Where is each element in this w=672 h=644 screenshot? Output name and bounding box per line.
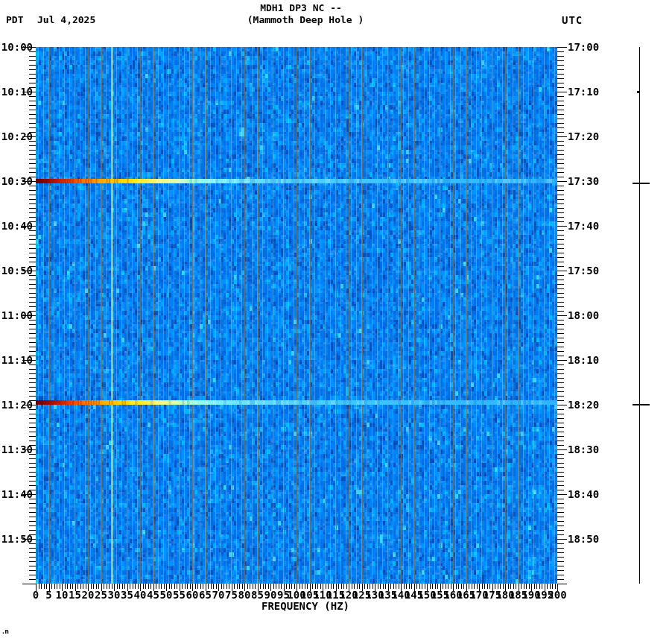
right-time-label: 17:00 bbox=[568, 41, 599, 53]
left-time-label: 10:20 bbox=[0, 130, 33, 142]
frequency-tick-label: 90 bbox=[264, 589, 277, 601]
frequency-tick-label: 55 bbox=[173, 589, 186, 601]
right-time-label: 18:30 bbox=[568, 443, 599, 455]
left-time-label: 11:50 bbox=[0, 533, 33, 545]
left-time-label: 11:30 bbox=[0, 443, 33, 455]
frequency-tick-label: 50 bbox=[160, 589, 173, 601]
right-time-label: 18:00 bbox=[568, 309, 599, 321]
spectrogram-page: PDT Jul 4,2025 MDH1 DP3 NC -- (Mammoth D… bbox=[0, 0, 672, 644]
frequency-axis-title: FREQUENCY (HZ) bbox=[261, 600, 349, 612]
frequency-tick-label: 35 bbox=[121, 589, 133, 601]
chart-title: MDH1 DP3 NC -- bbox=[260, 2, 342, 13]
frequency-tick-label: 0 bbox=[33, 589, 39, 601]
frequency-tick-label: 20 bbox=[82, 589, 95, 601]
frequency-tick-label: 70 bbox=[212, 589, 225, 601]
right-time-label: 17:20 bbox=[568, 130, 599, 142]
frequency-tick-label: 40 bbox=[134, 589, 147, 601]
left-time-label: 11:10 bbox=[0, 354, 33, 366]
frequency-tick-label: 25 bbox=[95, 589, 107, 601]
frequency-tick-label: 5 bbox=[45, 589, 51, 601]
frequency-tick-label: 15 bbox=[69, 589, 81, 601]
left-time-label: 10:00 bbox=[0, 41, 33, 53]
left-time-label: 11:00 bbox=[0, 309, 33, 321]
frequency-tick-label: 60 bbox=[186, 589, 199, 601]
right-time-label: 17:50 bbox=[568, 265, 599, 277]
frequency-tick-label: 30 bbox=[108, 589, 121, 601]
left-time-label: 10:10 bbox=[0, 86, 33, 98]
frequency-tick-label: 45 bbox=[147, 589, 159, 601]
right-time-label: 17:30 bbox=[568, 175, 599, 187]
left-time-label: 10:30 bbox=[0, 175, 33, 187]
right-time-label: 17:40 bbox=[568, 220, 599, 232]
frequency-tick-label: 10 bbox=[56, 589, 69, 601]
left-time-label: 11:20 bbox=[0, 399, 33, 411]
frequency-tick-label: 200 bbox=[548, 589, 566, 601]
left-time-label: 10:40 bbox=[0, 220, 33, 232]
date-label: Jul 4,2025 bbox=[37, 14, 95, 25]
right-time-label: 18:20 bbox=[568, 399, 599, 411]
right-time-label: 18:10 bbox=[568, 354, 599, 366]
timezone-left-label: PDT bbox=[6, 14, 23, 25]
chart-subtitle: (Mammoth Deep Hole ) bbox=[247, 14, 364, 25]
right-time-label: 18:40 bbox=[568, 488, 599, 500]
timezone-right-label: UTC bbox=[562, 14, 583, 26]
right-time-label: 17:10 bbox=[568, 86, 599, 98]
frequency-tick-label: 75 bbox=[225, 589, 238, 601]
frequency-tick-label: 85 bbox=[251, 589, 264, 601]
watermark: .m bbox=[1, 628, 9, 635]
frequency-tick-label: 65 bbox=[199, 589, 212, 601]
right-time-label: 18:50 bbox=[568, 533, 599, 545]
left-time-label: 11:40 bbox=[0, 488, 33, 500]
left-time-label: 10:50 bbox=[0, 265, 33, 277]
frequency-tick-label: 80 bbox=[238, 589, 251, 601]
